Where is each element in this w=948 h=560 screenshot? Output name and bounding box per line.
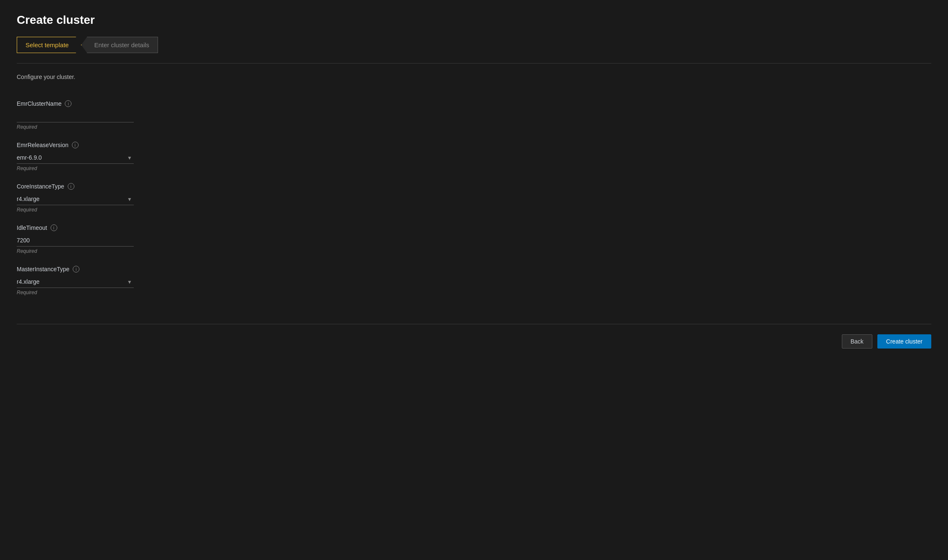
create-cluster-button[interactable]: Create cluster [877,334,931,349]
emr-release-version-select-wrapper: emr-6.9.0 emr-6.8.0 emr-6.7.0 ▼ [17,152,134,164]
master-instance-type-select-wrapper: r4.xlarge r4.2xlarge m5.xlarge ▼ [17,276,134,288]
field-group-idle-timeout: IdleTimeout i Required [17,224,931,254]
form-section: EmrClusterName i Required EmrReleaseVers… [17,92,931,316]
emr-release-version-required: Required [17,165,931,171]
emr-release-version-info-icon[interactable]: i [72,142,79,148]
page-title: Create cluster [17,13,931,27]
master-instance-type-label: MasterInstanceType i [17,266,931,272]
action-buttons: Back Create cluster [17,334,931,349]
back-button[interactable]: Back [842,334,872,349]
top-divider [17,63,931,64]
form-description: Configure your cluster. [17,74,931,80]
idle-timeout-required: Required [17,248,931,254]
field-group-emr-release-version: EmrReleaseVersion i emr-6.9.0 emr-6.8.0 … [17,142,931,171]
emr-release-version-label: EmrReleaseVersion i [17,142,931,148]
stepper: Select template Enter cluster details [17,37,931,53]
master-instance-type-info-icon[interactable]: i [73,266,79,272]
step2-label: Enter cluster details [94,41,149,48]
emr-cluster-name-required: Required [17,124,931,130]
field-group-core-instance-type: CoreInstanceType i r4.xlarge r4.2xlarge … [17,183,931,213]
bottom-divider [17,324,931,324]
emr-cluster-name-label: EmrClusterName i [17,100,931,107]
core-instance-type-label: CoreInstanceType i [17,183,931,190]
idle-timeout-input[interactable] [17,234,134,247]
field-group-master-instance-type: MasterInstanceType i r4.xlarge r4.2xlarg… [17,266,931,295]
core-instance-type-select[interactable]: r4.xlarge r4.2xlarge m5.xlarge [17,193,134,205]
core-instance-type-select-wrapper: r4.xlarge r4.2xlarge m5.xlarge ▼ [17,193,134,205]
emr-release-version-select[interactable]: emr-6.9.0 emr-6.8.0 emr-6.7.0 [17,152,134,164]
idle-timeout-label: IdleTimeout i [17,224,931,231]
master-instance-type-select[interactable]: r4.xlarge r4.2xlarge m5.xlarge [17,276,134,288]
emr-cluster-name-info-icon[interactable]: i [65,100,71,107]
core-instance-type-info-icon[interactable]: i [68,183,74,190]
emr-cluster-name-input[interactable] [17,110,134,122]
step1-label: Select template [25,41,69,48]
field-group-emr-cluster-name: EmrClusterName i Required [17,100,931,130]
master-instance-type-required: Required [17,290,931,295]
step-enter-cluster-details[interactable]: Enter cluster details [81,37,158,53]
bottom-section: Back Create cluster [17,324,931,349]
step-select-template[interactable]: Select template [17,37,82,53]
core-instance-type-required: Required [17,207,931,213]
idle-timeout-info-icon[interactable]: i [51,224,57,231]
